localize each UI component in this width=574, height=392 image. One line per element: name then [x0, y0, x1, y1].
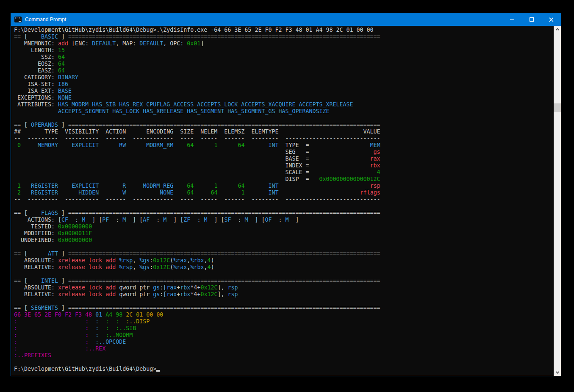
- minimize-button[interactable]: [502, 13, 522, 26]
- terminal-line: == [ BASIC ] ===========================…: [14, 33, 380, 40]
- terminal-line: MNEMONIC: add [ENC: DEFAULT, MAP: DEFAUL…: [14, 40, 380, 47]
- terminal-line: EOSZ: 64: [14, 61, 380, 67]
- cmd-icon-cursor: [19, 21, 21, 22]
- minimize-icon: [510, 19, 514, 20]
- terminal-line: [14, 271, 380, 278]
- terminal-line: LENGTH: 15: [14, 47, 380, 54]
- terminal-line: ISA-EXT: BASE: [14, 88, 380, 95]
- terminal-line: ## TYPE VISIBILITY ACTION ENCODING SIZE …: [14, 128, 380, 135]
- scroll-up-button[interactable]: [554, 26, 561, 33]
- terminal-line: TESTED: 0x00000000: [14, 223, 380, 230]
- terminal-line: ABSOLUTE: xrelease lock add qword ptr gs…: [14, 284, 380, 291]
- terminal-line: == [ ATT ] =============================…: [14, 250, 380, 257]
- terminal-line: ABSOLUTE: xrelease lock add %rsp, %gs:0x…: [14, 257, 380, 264]
- terminal-line: :..PREFIXES: [14, 352, 380, 359]
- terminal-line: BASE = rax: [14, 156, 380, 162]
- terminal-line: SSZ: 64: [14, 54, 380, 61]
- terminal-line: [14, 115, 380, 122]
- terminal-line: == [ OPERANDS ] ========================…: [14, 122, 380, 128]
- cmd-icon-text: C:\: [15, 17, 21, 20]
- terminal-line: [14, 244, 380, 250]
- scrollbar[interactable]: [554, 26, 561, 376]
- terminal-line: ATTRIBUTES: HAS_MODRM HAS_SIB HAS_REX CP…: [14, 101, 380, 108]
- terminal-line: 1 REGISTER EXPLICIT R MODRM_REG 64 1 64 …: [14, 183, 380, 189]
- console-area[interactable]: F:\Development\GitHub\zydis\Build64\Debu…: [11, 26, 561, 376]
- scrollbar-thumb[interactable]: [554, 103, 561, 112]
- terminal-line: [14, 359, 380, 366]
- text-cursor: [156, 370, 160, 372]
- cmd-icon: C:\: [14, 17, 22, 22]
- terminal-line: : : : :..MODRM: [14, 332, 380, 339]
- scroll-down-button[interactable]: [554, 369, 561, 376]
- terminal-line: UNDEFINED: 0x00000000: [14, 237, 380, 244]
- terminal-line: -- --------- ---------- ------ ---------…: [14, 196, 380, 203]
- terminal-line: ACTIONS: [CF : M ] [PF : M ] [AF : M ] […: [14, 217, 380, 223]
- terminal-line: : : : : :..SIB: [14, 325, 380, 332]
- terminal-line: == [ FLAGS ] ===========================…: [14, 210, 380, 217]
- close-icon: ×: [548, 16, 554, 23]
- console-output: F:\Development\GitHub\zydis\Build64\Debu…: [14, 27, 380, 373]
- window-title: Command Prompt: [25, 17, 66, 22]
- title-bar[interactable]: C:\ Command Prompt ×: [11, 13, 561, 26]
- terminal-line: RELATIVE: xrelease lock add %rsp, %gs:0x…: [14, 264, 380, 271]
- terminal-line: MODIFIED: 0x0000011F: [14, 230, 380, 237]
- maximize-icon: [530, 17, 534, 22]
- chevron-down-icon: [555, 370, 559, 373]
- terminal-line: : :..REX: [14, 345, 380, 352]
- terminal-line: ACCEPTS_SEGMENT HAS_LOCK HAS_XRELEASE HA…: [14, 108, 380, 115]
- terminal-line: 66 3E 65 2E F0 F2 F3 48 01 A4 98 2C 01 0…: [14, 311, 380, 318]
- command-prompt-window: C:\ Command Prompt × F:\Development\GitH…: [11, 13, 561, 376]
- terminal-line: ISA-SET: I86: [14, 81, 380, 88]
- chevron-up-icon: [555, 28, 559, 31]
- terminal-line: == [ SEGMENTS ] ========================…: [14, 305, 380, 311]
- terminal-line: 0 MEMORY EXPLICIT RW MODRM_RM 64 1 64 IN…: [14, 142, 380, 149]
- terminal-line: : : :..OPCODE: [14, 339, 380, 345]
- terminal-line: RELATIVE: xrelease lock add qword ptr gs…: [14, 291, 380, 298]
- terminal-line: F:\Development\GitHub\zydis\Build64\Debu…: [14, 366, 380, 373]
- terminal-line: [14, 203, 380, 210]
- terminal-line: CATEGORY: BINARY: [14, 74, 380, 81]
- close-button[interactable]: ×: [541, 13, 561, 26]
- terminal-line: [14, 298, 380, 305]
- terminal-line: SCALE = 4: [14, 169, 380, 176]
- terminal-line: -- --------- ---------- ------ ---------…: [14, 135, 380, 142]
- terminal-line: 2 REGISTER HIDDEN W NONE 64 64 1 INT rfl…: [14, 189, 380, 196]
- maximize-button[interactable]: [522, 13, 541, 26]
- terminal-line: : : : : : :..DISP: [14, 318, 380, 325]
- terminal-line: SEG = gs: [14, 149, 380, 156]
- terminal-line: == [ INTEL ] ===========================…: [14, 278, 380, 284]
- terminal-line: EASZ: 64: [14, 67, 380, 74]
- terminal-line: F:\Development\GitHub\zydis\Build64\Debu…: [14, 27, 380, 33]
- terminal-line: EXCEPTIONS: NONE: [14, 95, 380, 101]
- terminal-line: INDEX = rbx: [14, 162, 380, 169]
- window-controls: ×: [502, 13, 561, 26]
- terminal-line: DISP = 0x000000000000012C: [14, 176, 380, 183]
